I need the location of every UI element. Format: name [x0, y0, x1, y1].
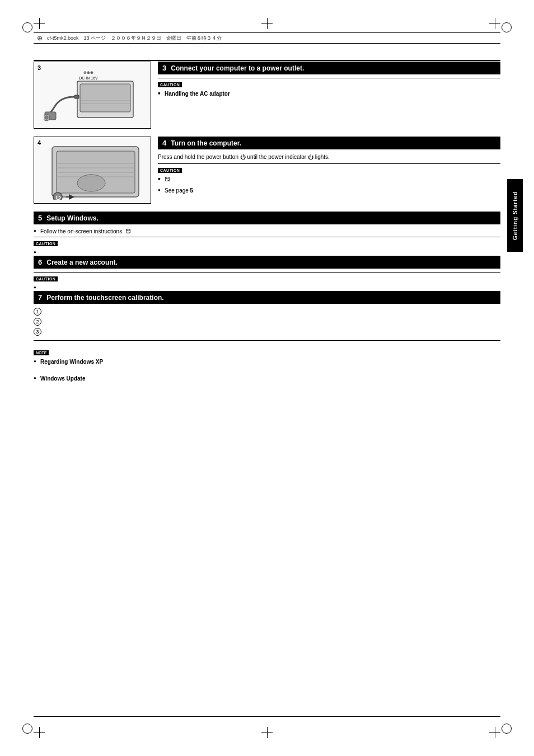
- circle-3: 3: [34, 328, 41, 336]
- step5-body-list: Follow the on-screen instructions. 🖫: [34, 228, 500, 236]
- note-item-2-text: Windows Update: [40, 375, 85, 382]
- step5-title: Setup Windows.: [46, 214, 99, 222]
- step3-image-num: 3: [38, 64, 41, 71]
- disk-icon1: 🖫: [165, 176, 170, 182]
- svg-point-12: [77, 175, 105, 191]
- step6-title: Create a new account.: [46, 259, 118, 266]
- step4-caution-badge: CAUTION: [158, 168, 182, 173]
- step4-caution-list: 🖫: [158, 176, 500, 184]
- compass-icon: ⊕: [37, 34, 43, 42]
- step5-caution-block: CAUTION: [34, 237, 500, 248]
- step4-caution-4: 🖫: [158, 176, 500, 184]
- reg-cross-tl: [34, 18, 45, 29]
- step3-handling-text: Handling the AC adaptor: [165, 91, 230, 97]
- section-step6: 6 Create a new account. CAUTION: [34, 256, 500, 283]
- step5-caution-badge: CAUTION: [34, 241, 58, 246]
- bottom-rule: [34, 716, 500, 717]
- step7-sub1: 1: [34, 307, 500, 316]
- step4-extra-1: See page 5: [158, 187, 500, 195]
- section-step7: 7 Perform the touchscreen calibration. 1…: [34, 291, 500, 341]
- step3-image: 3 ⊝⊕⊕ DC IN 16V: [34, 62, 151, 129]
- section-step3: 3 ⊝⊕⊕ DC IN 16V: [34, 62, 500, 129]
- reg-cross-tr: [489, 18, 500, 29]
- step5-header: 5 Setup Windows.: [34, 212, 500, 224]
- circle-2: 2: [34, 318, 41, 326]
- note-item-2: Windows Update: [34, 375, 500, 383]
- step4-image-num: 4: [38, 139, 41, 146]
- step4-body: Press and hold the power button ⏻ until …: [158, 153, 500, 161]
- top-rule: [34, 60, 500, 61]
- section-step4: 4 ⏻: [34, 137, 500, 204]
- step3-illustration: ⊝⊕⊕ DC IN 16V: [44, 67, 142, 123]
- step4-extra-list: See page 5: [158, 187, 500, 195]
- step7-sub3: 3: [34, 327, 500, 336]
- reg-cross-br: [489, 727, 500, 738]
- note-badge: NOTE: [34, 350, 49, 355]
- svg-point-9: [45, 116, 48, 119]
- step3-caution-badge: CAUTION: [158, 82, 182, 87]
- svg-text:⏻: ⏻: [55, 195, 60, 200]
- svg-rect-6: [74, 95, 79, 98]
- step4-title: Turn on the computer.: [171, 139, 241, 147]
- note-section: NOTE Regarding Windows XP Windows Update: [34, 349, 500, 383]
- step3-num: 3: [162, 64, 166, 72]
- step3-caution-list: Handling the AC adaptor: [158, 90, 500, 98]
- step7-header: 7 Perform the touchscreen calibration.: [34, 291, 500, 304]
- reg-cross-mb: [261, 727, 273, 738]
- svg-rect-3: [80, 84, 130, 112]
- step7-sub2: 2: [34, 317, 500, 326]
- step4-image: 4 ⏻: [34, 137, 151, 204]
- power-icon2: ⏻: [308, 154, 313, 160]
- step6-caution-badge: CAUTION: [34, 276, 58, 281]
- step4-content: 4 Turn on the computer. Press and hold t…: [158, 137, 500, 196]
- step4-num: 4: [162, 139, 166, 147]
- step4-header: 4 Turn on the computer.: [158, 137, 500, 149]
- note-item-1-text: Regarding Windows XP: [40, 359, 103, 365]
- getting-started-tab: Getting Started: [507, 179, 523, 252]
- svg-text:⊝⊕⊕: ⊝⊕⊕: [83, 71, 93, 74]
- note-list-2: Windows Update: [34, 375, 500, 383]
- step3-title: Connect your computer to a power outlet.: [171, 64, 304, 72]
- note-item-1: Regarding Windows XP: [34, 358, 500, 366]
- step3-header: 3 Connect your computer to a power outle…: [158, 62, 500, 74]
- step6-header: 6 Create a new account.: [34, 256, 500, 269]
- corner-mark-tr: [502, 22, 512, 32]
- step4-caution-block: CAUTION 🖫: [158, 163, 500, 184]
- note-list: Regarding Windows XP: [34, 358, 500, 366]
- corner-mark-bl: [22, 724, 32, 734]
- step5-body-1: Follow the on-screen instructions. 🖫: [34, 228, 500, 236]
- reg-cross-bl: [34, 727, 45, 738]
- corner-mark-tl: [22, 22, 32, 32]
- step7-title: Perform the touchscreen calibration.: [46, 294, 163, 302]
- circle-1: 1: [34, 308, 41, 316]
- svg-text:DC IN 16V: DC IN 16V: [79, 76, 98, 80]
- step3-caution-3: Handling the AC adaptor: [158, 90, 500, 98]
- reg-cross-mt: [261, 18, 273, 29]
- step7-num: 7: [38, 293, 42, 302]
- step5-num: 5: [38, 214, 42, 222]
- step3-caution-block: CAUTION Handling the AC adaptor: [158, 78, 500, 98]
- main-content: Getting Started 3 ⊝⊕⊕ DC IN 16V: [34, 62, 500, 711]
- step6-caution-block: CAUTION: [34, 272, 500, 283]
- section-step5: 5 Setup Windows. Follow the on-screen in…: [34, 212, 500, 248]
- power-icon1: ⏻: [240, 154, 246, 160]
- step3-content: 3 Connect your computer to a power outle…: [158, 62, 500, 101]
- file-info-text: cf-t5mk2.book 13 ページ ２００６年９月２９日 金曜日 午前８時…: [47, 35, 222, 42]
- corner-mark-br: [502, 724, 512, 734]
- step7-divider: [34, 340, 500, 341]
- step4-illustration: ⏻: [41, 141, 144, 200]
- disk-icon2: 🖫: [125, 228, 131, 234]
- file-info-bar: ⊕ cf-t5mk2.book 13 ページ ２００６年９月２９日 金曜日 午前…: [34, 32, 500, 44]
- step6-num: 6: [38, 258, 42, 266]
